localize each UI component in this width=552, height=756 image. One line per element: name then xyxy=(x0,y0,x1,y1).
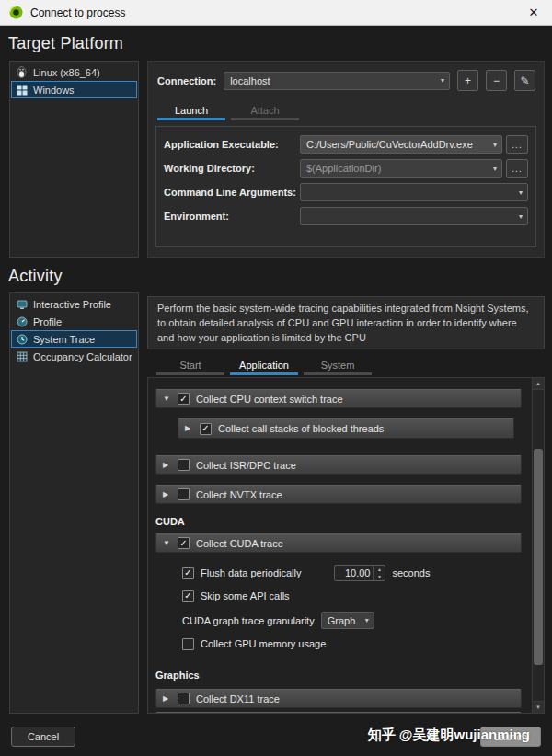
chevron-down-icon: ▾ xyxy=(493,165,497,173)
nvtx-label: Collect NVTX trace xyxy=(196,489,282,500)
options-scroll-area: ▼ ✓ Collect CPU context switch trace ▶ ✓… xyxy=(147,377,545,714)
collapse-icon[interactable]: ▶ xyxy=(163,462,171,469)
application-executable-row: Application Executable: C:/Users/Public/… xyxy=(164,135,528,154)
target-platform-panel: Connection: localhost ▾ + − ✎ Launch Att… xyxy=(147,61,545,258)
cuda-trace-checkbox[interactable]: ✓ xyxy=(178,537,190,549)
activity-item-system-trace[interactable]: System Trace xyxy=(11,330,137,348)
check-icon: ✓ xyxy=(201,424,209,433)
vertical-scrollbar[interactable]: ▲ ▼ xyxy=(532,378,544,713)
expand-icon[interactable]: ▼ xyxy=(163,540,171,547)
launch-attach-tabs: Launch Attach xyxy=(157,102,299,120)
scroll-up-icon[interactable]: ▲ xyxy=(533,378,544,390)
application-executable-browse-button[interactable]: ... xyxy=(506,135,528,154)
tab-system[interactable]: System xyxy=(304,357,372,375)
launch-settings-form: Application Executable: C:/Users/Public/… xyxy=(155,126,536,247)
check-icon: ✓ xyxy=(184,591,191,601)
skip-api-checkbox[interactable]: ✓ xyxy=(182,590,194,602)
activity-item-label: System Trace xyxy=(33,334,95,345)
flush-data-label: Flush data periodically xyxy=(201,567,301,578)
graph-granularity-label: CUDA graph trace granularity xyxy=(182,615,315,626)
nvtx-checkbox[interactable] xyxy=(178,488,190,500)
spinner-down-icon[interactable]: ▼ xyxy=(374,573,385,580)
collapse-icon[interactable]: ▶ xyxy=(163,491,171,498)
tab-launch[interactable]: Launch xyxy=(157,102,225,120)
spinner-up-icon[interactable]: ▲ xyxy=(374,566,385,573)
dx11-row: ▶ Collect DX11 trace xyxy=(155,689,522,708)
graph-granularity-row: CUDA graph trace granularity Graph ▾ xyxy=(182,611,522,630)
gpu-memory-checkbox[interactable] xyxy=(182,638,194,650)
application-executable-value: C:/Users/Public/CuVectorAddDrv.exe xyxy=(306,139,489,150)
activity-item-occupancy-calculator[interactable]: Occupancy Calculator xyxy=(11,348,137,365)
cpu-context-switch-row: ▼ ✓ Collect CPU context switch trace xyxy=(155,389,522,408)
activity-heading: Activity xyxy=(8,267,63,286)
working-directory-select[interactable]: $(ApplicationDir) ▾ xyxy=(300,159,502,178)
close-icon[interactable]: ✕ xyxy=(524,6,543,19)
command-line-arguments-select[interactable]: ▾ xyxy=(300,183,528,201)
nsight-logo-icon xyxy=(9,6,23,19)
activity-list: Interactive Profile Profile System Trace… xyxy=(9,292,139,714)
flush-interval-value: 10.00 xyxy=(335,566,373,580)
gpu-memory-row: Collect GPU memory usage xyxy=(182,636,522,652)
graph-granularity-select[interactable]: Graph ▾ xyxy=(321,612,374,629)
connection-value: localhost xyxy=(230,75,437,86)
collapse-icon[interactable]: ▶ xyxy=(163,695,171,703)
activity-item-label: Occupancy Calculator xyxy=(33,351,132,362)
activity-panel: Perform the basic system-wide tracing ca… xyxy=(147,292,545,714)
cpu-context-switch-checkbox[interactable]: ✓ xyxy=(178,393,190,405)
working-directory-label: Working Directory: xyxy=(164,163,300,174)
profile-gauge-icon xyxy=(16,316,28,327)
tab-attach[interactable]: Attach xyxy=(231,102,299,120)
edit-connection-button[interactable]: ✎ xyxy=(514,70,535,91)
cpu-context-switch-label: Collect CPU context switch trace xyxy=(196,394,343,405)
cancel-button[interactable]: Cancel xyxy=(11,727,75,747)
graphics-section-label: Graphics xyxy=(155,669,544,682)
connection-row: Connection: localhost ▾ + − ✎ xyxy=(157,70,535,91)
platform-item-windows[interactable]: Windows xyxy=(11,81,137,98)
cuda-section-label: CUDA xyxy=(155,515,544,528)
collapse-icon[interactable]: ▶ xyxy=(185,425,193,432)
add-connection-button[interactable]: + xyxy=(457,70,478,91)
chevron-down-icon: ▾ xyxy=(441,76,444,85)
activity-item-profile[interactable]: Profile xyxy=(11,313,137,330)
environment-row: Environment: ▾ xyxy=(164,207,528,225)
flush-interval-spinner[interactable]: 10.00 ▲ ▼ xyxy=(334,565,385,581)
working-directory-value: $(ApplicationDir) xyxy=(306,163,489,174)
chevron-down-icon: ▾ xyxy=(493,141,497,149)
platform-item-linux[interactable]: Linux (x86_64) xyxy=(11,63,137,81)
gpu-memory-label: Collect GPU memory usage xyxy=(201,638,326,649)
isr-dpc-checkbox[interactable] xyxy=(178,459,190,471)
skip-api-label: Skip some API calls xyxy=(201,590,290,601)
isr-dpc-row: ▶ Collect ISR/DPC trace xyxy=(155,455,522,475)
activity-item-interactive-profile[interactable]: Interactive Profile xyxy=(11,295,137,313)
isr-dpc-label: Collect ISR/DPC trace xyxy=(196,460,296,471)
command-line-arguments-label: Command Line Arguments: xyxy=(164,187,300,198)
tab-application[interactable]: Application xyxy=(230,357,298,375)
command-line-arguments-row: Command Line Arguments: ▾ xyxy=(164,183,528,201)
window-title: Connect to process xyxy=(30,6,517,19)
cuda-trace-row: ▼ ✓ Collect CUDA trace xyxy=(155,533,522,553)
dx11-checkbox[interactable] xyxy=(178,693,190,704)
application-executable-select[interactable]: C:/Users/Public/CuVectorAddDrv.exe ▾ xyxy=(300,135,502,154)
call-stacks-blocked-checkbox[interactable]: ✓ xyxy=(200,423,212,435)
tab-start[interactable]: Start xyxy=(156,357,224,375)
graph-granularity-value: Graph xyxy=(328,615,362,626)
working-directory-browse-button[interactable]: ... xyxy=(506,159,528,178)
working-directory-row: Working Directory: $(ApplicationDir) ▾ .… xyxy=(164,159,528,178)
platform-item-label: Windows xyxy=(33,85,75,96)
chevron-down-icon: ▾ xyxy=(519,189,523,197)
activity-item-label: Profile xyxy=(33,316,62,327)
chevron-down-icon: ▾ xyxy=(519,212,523,221)
scroll-down-icon[interactable]: ▼ xyxy=(533,701,544,713)
system-trace-clock-icon xyxy=(16,334,28,345)
expand-icon[interactable]: ▼ xyxy=(163,395,171,403)
occupancy-calculator-icon xyxy=(16,351,28,362)
activity-tabs: Start Application System xyxy=(156,357,372,375)
application-executable-label: Application Executable: xyxy=(164,139,300,150)
watermark-text: 知乎 @吴建明wujianming xyxy=(368,727,530,744)
window-titlebar: Connect to process ✕ xyxy=(0,0,552,26)
connection-select[interactable]: localhost ▾ xyxy=(224,72,450,90)
remove-connection-button[interactable]: − xyxy=(486,70,507,91)
flush-data-checkbox[interactable]: ✓ xyxy=(182,567,194,579)
scrollbar-thumb[interactable] xyxy=(534,449,543,665)
environment-select[interactable]: ▾ xyxy=(300,207,528,225)
